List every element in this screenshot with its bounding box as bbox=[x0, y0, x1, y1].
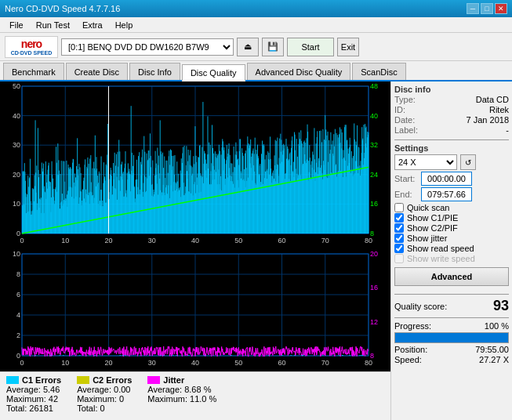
show-jitter-label: Show jitter bbox=[407, 234, 447, 243]
c1-avg-label: Average: bbox=[6, 385, 41, 394]
legend-c2: C2 Errors Average: 0.00 Maximum: 0 Total… bbox=[77, 375, 132, 417]
quick-scan-label: Quick scan bbox=[407, 203, 449, 212]
progress-label: Progress: bbox=[394, 321, 431, 331]
show-c2-pif-checkbox[interactable] bbox=[394, 223, 404, 233]
tab-scandisc[interactable]: ScanDisc bbox=[352, 63, 405, 80]
tab-bar: Benchmark Create Disc Disc Info Disc Qua… bbox=[0, 61, 512, 81]
date-key: Date: bbox=[394, 115, 415, 125]
jitter-label: Jitter bbox=[163, 375, 184, 385]
id-val: Ritek bbox=[489, 105, 509, 114]
charts-container bbox=[0, 81, 390, 371]
save-button[interactable]: 💾 bbox=[262, 38, 284, 56]
close-button[interactable]: ✕ bbox=[495, 3, 507, 14]
bottom-chart bbox=[0, 249, 390, 371]
eject-button[interactable]: ⏏ bbox=[237, 38, 259, 56]
tab-disc-quality[interactable]: Disc Quality bbox=[182, 64, 245, 81]
end-time-label: End: bbox=[394, 190, 418, 199]
settings-title: Settings bbox=[394, 143, 509, 153]
c2-label: C2 Errors bbox=[93, 375, 132, 385]
advanced-button[interactable]: Advanced bbox=[394, 267, 509, 286]
type-val: Data CD bbox=[476, 95, 509, 104]
jitter-color bbox=[147, 376, 160, 384]
tab-disc-info[interactable]: Disc Info bbox=[129, 63, 180, 80]
maximize-button[interactable]: □ bbox=[481, 3, 493, 14]
menu-bar: File Run Test Extra Help bbox=[0, 17, 512, 33]
progress-bar-container bbox=[394, 332, 509, 343]
jitter-avg-value: 8.68 % bbox=[184, 385, 211, 394]
date-val: 7 Jan 2018 bbox=[467, 115, 509, 125]
main-content: C1 Errors Average: 5.46 Maximum: 42 Tota… bbox=[0, 81, 512, 420]
c2-color bbox=[77, 376, 89, 384]
start-time-label: Start: bbox=[394, 174, 418, 183]
refresh-button[interactable]: ↺ bbox=[460, 154, 476, 170]
c1-total-value: 26181 bbox=[29, 404, 53, 413]
position-label: Position: bbox=[394, 345, 427, 354]
toolbar: nero CD·DVD SPEED [0:1] BENQ DVD DD DW16… bbox=[0, 33, 512, 61]
drive-select[interactable]: [0:1] BENQ DVD DD DW1620 B7W9 bbox=[61, 38, 234, 56]
disc-info-section: Disc info Type: Data CD ID: Ritek Date: … bbox=[394, 85, 509, 135]
legend: C1 Errors Average: 5.46 Maximum: 42 Tota… bbox=[0, 371, 390, 420]
c1-total-label: Total: bbox=[6, 404, 27, 413]
quality-score-label: Quality score: bbox=[394, 302, 447, 311]
window: Nero CD-DVD Speed 4.7.7.16 ─ □ ✕ File Ru… bbox=[0, 0, 512, 420]
legend-jitter: Jitter Average: 8.68 % Maximum: 11.0 % bbox=[147, 375, 216, 417]
progress-bar-fill bbox=[395, 333, 508, 342]
show-write-speed-checkbox[interactable] bbox=[394, 254, 404, 263]
speed-select[interactable]: 24 X bbox=[394, 154, 457, 170]
show-c1-pie-checkbox[interactable] bbox=[394, 213, 404, 223]
c2-total-label: Total: bbox=[77, 404, 97, 413]
speed-row: Speed: 27.27 X bbox=[394, 355, 509, 364]
show-write-speed-label: Show write speed bbox=[407, 254, 475, 263]
start-button[interactable]: Start bbox=[287, 38, 334, 56]
c1-avg-value: 5.46 bbox=[43, 385, 60, 394]
menu-file[interactable]: File bbox=[3, 19, 30, 31]
progress-row: Progress: 100 % bbox=[394, 321, 509, 331]
speed-label: Speed: bbox=[394, 355, 422, 364]
chart-section: C1 Errors Average: 5.46 Maximum: 42 Tota… bbox=[0, 81, 390, 420]
show-c1-pie-label: Show C1/PIE bbox=[407, 213, 458, 223]
divider-2 bbox=[394, 294, 509, 295]
c1-max-value: 42 bbox=[49, 394, 58, 404]
divider-3 bbox=[394, 317, 509, 318]
c2-avg-label: Average: bbox=[77, 385, 111, 394]
show-read-speed-label: Show read speed bbox=[407, 244, 474, 253]
quality-score-row: Quality score: 93 bbox=[394, 298, 509, 314]
side-panel: Disc info Type: Data CD ID: Ritek Date: … bbox=[390, 81, 512, 420]
quick-scan-checkbox[interactable] bbox=[394, 203, 404, 212]
divider-1 bbox=[394, 139, 509, 140]
stop-button[interactable]: Exit bbox=[337, 38, 359, 56]
start-time-input[interactable] bbox=[421, 172, 472, 186]
id-key: ID: bbox=[394, 105, 405, 114]
menu-extra[interactable]: Extra bbox=[76, 19, 109, 31]
c2-max-label: Maximum: bbox=[77, 394, 117, 404]
quality-score-value: 93 bbox=[493, 298, 509, 314]
title-bar: Nero CD-DVD Speed 4.7.7.16 ─ □ ✕ bbox=[0, 0, 512, 17]
legend-c1: C1 Errors Average: 5.46 Maximum: 42 Tota… bbox=[6, 375, 61, 417]
menu-run-test[interactable]: Run Test bbox=[30, 19, 76, 31]
minimize-button[interactable]: ─ bbox=[467, 3, 479, 14]
tab-benchmark[interactable]: Benchmark bbox=[3, 63, 64, 80]
c2-max-value: 0 bbox=[119, 394, 124, 404]
settings-section: Settings 24 X ↺ Start: End: Qu bbox=[394, 143, 509, 289]
c1-color bbox=[6, 376, 19, 384]
show-jitter-checkbox[interactable] bbox=[394, 234, 404, 243]
show-read-speed-checkbox[interactable] bbox=[394, 244, 404, 253]
c1-label: C1 Errors bbox=[22, 375, 61, 385]
tab-advanced-disc-quality[interactable]: Advanced Disc Quality bbox=[247, 63, 351, 80]
menu-help[interactable]: Help bbox=[109, 19, 140, 31]
c2-total-value: 0 bbox=[100, 404, 105, 413]
progress-value: 100 % bbox=[485, 321, 509, 331]
jitter-max-value: 11.0 % bbox=[190, 394, 216, 404]
position-row: Position: 79:55.00 bbox=[394, 345, 509, 354]
tab-create-disc[interactable]: Create Disc bbox=[66, 63, 128, 80]
show-c2-pif-label: Show C2/PIF bbox=[407, 223, 458, 233]
title-text: Nero CD-DVD Speed 4.7.7.16 bbox=[5, 4, 120, 13]
end-time-input[interactable] bbox=[421, 187, 472, 201]
label-val: - bbox=[506, 125, 509, 135]
speed-value: 27.27 X bbox=[479, 355, 509, 364]
c1-max-label: Maximum: bbox=[6, 394, 46, 404]
nero-logo: nero CD·DVD SPEED bbox=[5, 36, 58, 58]
top-chart bbox=[0, 81, 390, 249]
jitter-avg-label: Average: bbox=[147, 385, 182, 394]
c2-avg-value: 0.00 bbox=[114, 385, 130, 394]
